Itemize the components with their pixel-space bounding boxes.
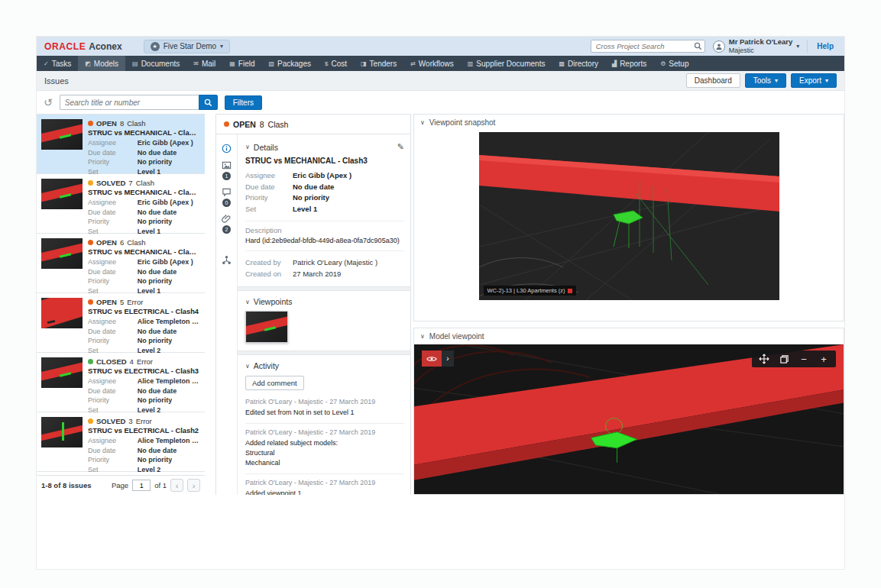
model-viewpoint-panel: ∨ Model viewpoint bbox=[413, 328, 844, 495]
snapshot-section-toggle[interactable]: ∨ Viewpoint snapshot bbox=[414, 115, 844, 131]
nav-tab-label: Packages bbox=[277, 60, 311, 68]
nav-tab[interactable]: ▧ Packages bbox=[262, 56, 318, 71]
cross-project-search-input[interactable] bbox=[591, 40, 705, 53]
comments-tab[interactable]: 0 bbox=[222, 187, 232, 207]
detail-title: STRUC vs MECHANICAL - Clash3 bbox=[245, 157, 404, 165]
nav-tab[interactable]: ▤ Documents bbox=[125, 56, 186, 71]
issue-content: OPEN 5 Error STRUC vs ELECTRICAL - Clash… bbox=[88, 298, 200, 348]
visibility-button[interactable] bbox=[422, 351, 442, 367]
nav-tab[interactable]: ▩ Directory bbox=[552, 56, 605, 71]
nav-tab[interactable]: ✉ Mail bbox=[186, 56, 222, 71]
detail-header: OPEN 8 Clash bbox=[216, 115, 410, 134]
issue-number: 7 bbox=[128, 179, 132, 187]
prev-page-button[interactable]: ‹ bbox=[170, 479, 183, 492]
nav-tab[interactable]: ◩ Models bbox=[78, 56, 125, 71]
chevron-down-icon: ▾ bbox=[220, 43, 223, 50]
pan-button[interactable] bbox=[755, 351, 773, 367]
issue-list-item[interactable]: OPEN 6 Clash STRUC vs MECHANICAL - Clash… bbox=[37, 234, 205, 293]
issue-title: STRUC vs MECHANICAL - Clash2 bbox=[88, 189, 200, 196]
issue-content: OPEN 6 Clash STRUC vs MECHANICAL - Clash… bbox=[88, 238, 200, 289]
detail-scroll-area[interactable]: ∨ Details ✎ STRUC vs MECHANICAL - Clash3… bbox=[238, 134, 410, 495]
user-menu[interactable]: Mr Patrick O'Leary Majestic ▾ bbox=[713, 37, 800, 54]
edit-button[interactable]: ✎ bbox=[397, 142, 404, 152]
info-tab[interactable] bbox=[222, 144, 232, 153]
tools-button[interactable]: Tools▾ bbox=[745, 73, 786, 88]
nav-tab-icon: ✉ bbox=[193, 60, 199, 67]
result-range: 1-8 of 8 issues bbox=[41, 481, 91, 489]
nav-tab-label: Mail bbox=[202, 60, 215, 68]
activity-text: Edited set from Not in set to Level 1 bbox=[245, 408, 404, 418]
page-input[interactable] bbox=[132, 480, 151, 491]
nav-tab-icon: ⚙ bbox=[660, 60, 666, 67]
related-models-tab[interactable] bbox=[222, 255, 232, 265]
due-date-label: Due date bbox=[245, 182, 293, 193]
model-view[interactable]: › − + bbox=[414, 344, 844, 494]
details-section-toggle[interactable]: ∨ Details ✎ bbox=[245, 142, 404, 152]
priority-label: Priority bbox=[88, 157, 138, 167]
issue-search-input[interactable] bbox=[60, 95, 199, 110]
detail-body: 1 0 2 ∨ bbox=[216, 134, 410, 495]
priority-value: No priority bbox=[138, 336, 173, 346]
zoom-in-button[interactable]: + bbox=[815, 351, 833, 367]
next-page-button[interactable]: › bbox=[187, 479, 200, 492]
issue-list-item[interactable]: OPEN 8 Clash STRUC vs MECHANICAL - Clash… bbox=[37, 115, 205, 174]
add-comment-button[interactable]: Add comment bbox=[245, 376, 304, 390]
nav-tab[interactable]: ▟ Reports bbox=[605, 56, 653, 71]
issue-list-item[interactable]: OPEN 5 Error STRUC vs ELECTRICAL - Clash… bbox=[37, 293, 205, 353]
issue-list-item[interactable]: SOLVED 3 Error STRUC vs ELECTRICAL - Cla… bbox=[37, 412, 205, 472]
status-dot bbox=[88, 121, 93, 126]
project-selector[interactable]: ★ Five Star Demo ▾ bbox=[144, 40, 230, 53]
chevron-down-icon: ∨ bbox=[245, 363, 250, 370]
activity-section-toggle[interactable]: ∨ Activity bbox=[245, 361, 404, 370]
nav-tab[interactable]: ⇄ Workflows bbox=[403, 56, 461, 71]
nav-tab[interactable]: ▥ Supplier Documents bbox=[461, 56, 552, 71]
created-on-value: 27 March 2019 bbox=[293, 269, 341, 280]
viewpoints-section-toggle[interactable]: ∨ Viewpoints bbox=[245, 297, 404, 306]
sub-header-actions: Dashboard Tools▾ Export▾ bbox=[686, 73, 837, 88]
nav-tab[interactable]: ▦ Field bbox=[222, 56, 261, 71]
pan-icon bbox=[759, 354, 769, 364]
nav-tab-icon: ▥ bbox=[468, 60, 474, 67]
nav-tab[interactable]: ✓ Tasks bbox=[37, 56, 78, 71]
issue-list-item[interactable]: SOLVED 7 Clash STRUC vs MECHANICAL - Cla… bbox=[37, 174, 205, 234]
help-button[interactable]: Help bbox=[807, 40, 837, 53]
nav-tab[interactable]: ⚙ Setup bbox=[653, 56, 695, 71]
activity-entry: Patrick O'Leary - Majestic - 27 March 20… bbox=[245, 393, 404, 424]
expand-toolbar-button[interactable]: › bbox=[442, 351, 454, 367]
issue-list-item[interactable]: CLOSED 4 Error STRUC vs ELECTRICAL - Cla… bbox=[37, 353, 205, 412]
sub-header: Issues Dashboard Tools▾ Export▾ bbox=[37, 71, 844, 91]
model-section-toggle[interactable]: ∨ Model viewpoint bbox=[414, 328, 844, 344]
details-section-title: Details bbox=[254, 143, 278, 152]
viewpoints-tab[interactable]: 1 bbox=[222, 160, 232, 180]
assignee-label: Assignee bbox=[88, 376, 138, 386]
top-bar-right: Mr Patrick O'Leary Majestic ▾ Help bbox=[591, 37, 837, 54]
nav-tab-label: Workflows bbox=[419, 60, 454, 68]
nav-tab-label: Models bbox=[94, 60, 118, 68]
export-button[interactable]: Export▾ bbox=[791, 73, 837, 88]
dashboard-button[interactable]: Dashboard bbox=[686, 73, 740, 88]
filters-button[interactable]: Filters bbox=[225, 95, 262, 110]
issue-thumbnail bbox=[41, 238, 83, 269]
viewpoint-thumbnail[interactable] bbox=[245, 311, 288, 343]
breadcrumb: Issues bbox=[44, 76, 69, 86]
priority-label: Priority bbox=[88, 276, 138, 286]
priority-value: No priority bbox=[138, 396, 173, 405]
set-value: Level 1 bbox=[293, 204, 317, 215]
zoom-out-button[interactable]: − bbox=[795, 351, 813, 367]
due-date-value: No due date bbox=[138, 148, 177, 158]
attachments-tab[interactable]: 2 bbox=[222, 214, 232, 234]
issues-toolbar: ↺ Filters bbox=[37, 91, 844, 114]
orbit-button[interactable] bbox=[775, 351, 793, 367]
issue-search-button[interactable] bbox=[199, 95, 218, 110]
issue-number: 3 bbox=[128, 417, 132, 425]
nav-tab[interactable]: $ Cost bbox=[318, 56, 354, 71]
issue-title: STRUC vs ELECTRICAL - Clash4 bbox=[88, 308, 200, 315]
detail-type: Clash bbox=[268, 120, 289, 129]
set-label: Set bbox=[88, 405, 138, 415]
user-org: Majestic bbox=[729, 47, 793, 55]
priority-value: No priority bbox=[138, 157, 173, 167]
search-icon[interactable] bbox=[694, 42, 702, 50]
nav-tab[interactable]: ◨ Tenders bbox=[354, 56, 403, 71]
refresh-button[interactable]: ↺ bbox=[44, 97, 53, 108]
set-label: Set bbox=[88, 167, 138, 177]
